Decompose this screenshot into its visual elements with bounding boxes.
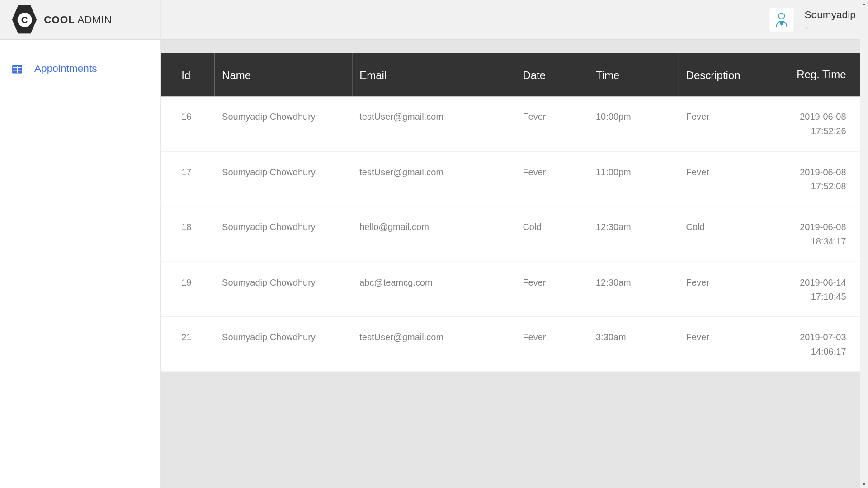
cell-reg_time: 2019-07-03 14:06:17	[777, 317, 866, 371]
table-body: 16Soumyadip ChowdhurytestUser@gmail.comF…	[161, 97, 867, 372]
cell-name: Soumyadip Chowdhury	[215, 262, 352, 317]
th-reg-time: Reg. Time	[777, 53, 866, 96]
th-date: Date	[515, 53, 589, 96]
cell-email: hello@gmail.com	[352, 206, 515, 262]
cell-reg_time: 2019-06-14 17:10:45	[777, 262, 866, 317]
table-row: 17Soumyadip ChowdhurytestUser@gmail.comF…	[161, 151, 867, 206]
cell-time: 3:30am	[589, 317, 679, 371]
sidebar-header: C COOL ADMIN	[0, 0, 160, 40]
cell-email: abc@teamcg.com	[352, 262, 515, 317]
svg-point-4	[778, 13, 784, 19]
table-row: 18Soumyadip Chowdhuryhello@gmail.comCold…	[161, 206, 867, 262]
sidebar-item-label: Appointments	[34, 63, 97, 75]
cell-name: Soumyadip Chowdhury	[215, 206, 352, 262]
cell-id: 18	[161, 206, 215, 262]
appointments-table-card: Id Name Email Date Time Description Reg.…	[161, 53, 867, 371]
cell-reg_time: 2019-06-08 18:34:17	[777, 206, 866, 262]
cell-time: 11:00pm	[589, 151, 679, 206]
th-time: Time	[589, 53, 679, 96]
user-dropdown[interactable]: Soumyadip ⌄	[769, 8, 856, 32]
cell-description: Fever	[679, 317, 777, 371]
cell-date: Fever	[515, 97, 589, 151]
cell-date: Fever	[515, 262, 589, 317]
scroll-down-icon[interactable]: ▼	[860, 480, 868, 488]
cell-name: Soumyadip Chowdhury	[215, 151, 352, 206]
table-header: Id Name Email Date Time Description Reg.…	[161, 53, 867, 96]
cell-date: Fever	[515, 151, 589, 206]
cell-description: Fever	[679, 97, 777, 151]
cell-id: 16	[161, 97, 215, 151]
cell-email: testUser@gmail.com	[352, 317, 515, 371]
table-row: 19Soumyadip Chowdhuryabc@teamcg.comFever…	[161, 262, 867, 317]
chevron-down-icon: ⌄	[804, 23, 810, 30]
cell-time: 10:00pm	[589, 97, 679, 151]
scrollbar[interactable]: ▲ ▼	[860, 0, 868, 488]
cell-description: Fever	[679, 151, 777, 206]
user-name-wrap: Soumyadip ⌄	[804, 9, 855, 30]
header: Soumyadip ⌄	[161, 0, 868, 40]
th-name: Name	[215, 53, 352, 96]
cell-name: Soumyadip Chowdhury	[215, 97, 352, 151]
table-row: 21Soumyadip ChowdhurytestUser@gmail.comF…	[161, 317, 867, 371]
logo-letter: C	[17, 12, 32, 27]
table-row: 16Soumyadip ChowdhurytestUser@gmail.comF…	[161, 97, 867, 151]
cell-time: 12:30am	[589, 262, 679, 317]
content: Id Name Email Date Time Description Reg.…	[161, 40, 868, 488]
brand-text: COOL ADMIN	[44, 14, 112, 26]
logo-icon: C	[12, 5, 37, 34]
brand-bold: COOL	[44, 14, 75, 25]
cell-id: 21	[161, 317, 215, 371]
cell-reg_time: 2019-06-08 17:52:08	[777, 151, 866, 206]
svg-rect-3	[17, 66, 18, 73]
cell-date: Cold	[515, 206, 589, 262]
cell-time: 12:30am	[589, 206, 679, 262]
th-id: Id	[161, 53, 215, 96]
sidebar: C COOL ADMIN Appointments	[0, 0, 161, 488]
th-description: Description	[679, 53, 777, 96]
cell-id: 17	[161, 151, 215, 206]
cell-email: testUser@gmail.com	[352, 97, 515, 151]
cell-description: Cold	[679, 206, 777, 262]
cell-reg_time: 2019-06-08 17:52:26	[777, 97, 866, 151]
cell-name: Soumyadip Chowdhury	[215, 317, 352, 371]
sidebar-item-appointments[interactable]: Appointments	[12, 63, 148, 75]
table-icon	[12, 65, 23, 73]
appointments-table: Id Name Email Date Time Description Reg.…	[161, 53, 867, 371]
user-name: Soumyadip	[804, 9, 855, 21]
brand-light: ADMIN	[75, 14, 112, 25]
cell-email: testUser@gmail.com	[352, 151, 515, 206]
cell-id: 19	[161, 262, 215, 317]
scroll-up-icon[interactable]: ▲	[860, 0, 868, 8]
avatar	[769, 8, 793, 32]
cell-date: Fever	[515, 317, 589, 371]
th-email: Email	[352, 53, 515, 96]
main: Soumyadip ⌄ Id Name Email Date Time Des	[161, 0, 868, 488]
sidebar-nav: Appointments	[0, 40, 160, 98]
cell-description: Fever	[679, 262, 777, 317]
